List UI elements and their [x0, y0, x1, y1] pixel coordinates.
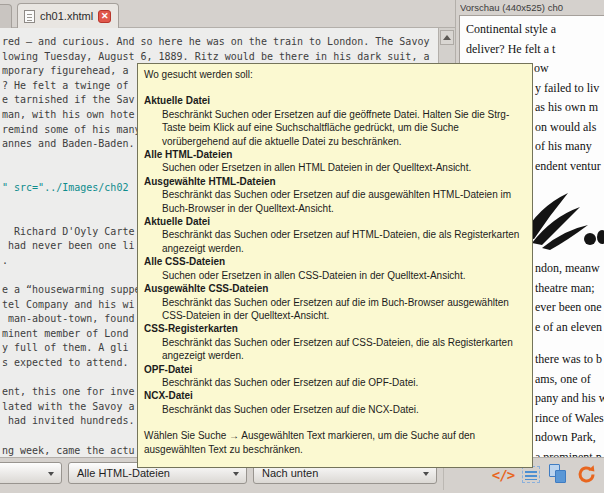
- preview-line: there was to b: [535, 350, 604, 370]
- preview-panel-title: Vorschau (440x525) ch0: [460, 2, 604, 15]
- tooltip-desc: Suchen oder Ersetzen in allen HTML Datei…: [162, 161, 526, 174]
- tooltip-desc: Beschränkt Suchen oder Ersetzen auf die …: [162, 108, 526, 148]
- tooltip-desc: Beschränkt das Suchen oder Ersetzen auf …: [162, 296, 526, 323]
- tooltip-desc: Beschränkt das Suchen oder Ersetzen auf …: [162, 188, 526, 215]
- text-lines-icon[interactable]: [522, 466, 540, 483]
- preview-line: ndon, meanw: [535, 259, 604, 279]
- tooltip-term: Aktuelle Datei: [144, 215, 526, 228]
- tooltip-desc: Beschränkt das Suchen oder Ersetzen auf …: [162, 376, 526, 389]
- tooltip-title: Wo gesucht werden soll:: [144, 68, 526, 81]
- direction-value: Nach unten: [262, 467, 318, 479]
- scroll-up-icon[interactable]: [440, 30, 454, 45]
- search-scope-value: Alle HTML-Dateien: [77, 467, 170, 479]
- tooltip-term: Alle HTML-Dateien: [144, 148, 526, 161]
- editor-line: red – and curious. And so here he was on…: [0, 35, 438, 50]
- refresh-icon[interactable]: [576, 464, 597, 485]
- preview-line: deliver? He felt a t: [466, 40, 604, 60]
- editor-line: lowing Tuesday, August 6, 1889. Ritz wou…: [0, 50, 438, 65]
- preview-line: ams, one of: [535, 370, 604, 390]
- tooltip-term: Alle CSS-Dateien: [144, 255, 526, 268]
- preview-line: endent ventur: [535, 157, 604, 177]
- tooltip-sections: Aktuelle DateiBeschränkt Suchen oder Ers…: [144, 94, 526, 416]
- tooltip-term: NCX-Datei: [144, 389, 526, 402]
- preview-line: y failed to liv: [535, 79, 604, 99]
- preview-line: Continental style a: [466, 20, 604, 40]
- tooltip-desc: Beschränkt das Suchen oder Ersetzen auf …: [162, 336, 526, 363]
- preview-line: pany and his w: [535, 389, 604, 409]
- tab-ch01-xhtml[interactable]: ch01.xhtml ✕: [17, 3, 119, 28]
- search-scope-tooltip: Wo gesucht werden soll: Aktuelle DateiBe…: [137, 63, 533, 468]
- preview-line: e of an eleven: [535, 318, 604, 338]
- tooltip-term: Aktuelle Datei: [144, 94, 526, 107]
- tooltip-term: OPF-Datei: [144, 363, 526, 376]
- tooltip-desc: Beschränkt das Suchen oder Ersetzen auf …: [162, 228, 526, 255]
- tooltip-desc: Suchen oder Ersetzen in allen CSS-Dateie…: [162, 269, 526, 282]
- tab-partial[interactable]: [0, 4, 12, 29]
- tooltip-term: Ausgewählte HTML-Dateien: [144, 175, 526, 188]
- document-icon: [24, 10, 35, 23]
- preview-line: as his own m: [535, 98, 604, 118]
- tooltip-desc: Beschränkt das Suchen oder Ersetzen auf …: [162, 403, 526, 416]
- preview-line: ever been one: [535, 298, 604, 318]
- tooltip-footer: Wählen Sie Suche → Ausgewählten Text mar…: [144, 429, 526, 456]
- preview-line: on would als: [535, 118, 604, 138]
- tooltip-term: CSS-Registerkarten: [144, 322, 526, 335]
- preview-line: of his many: [535, 137, 604, 157]
- preview-line: theatre man;: [535, 279, 604, 299]
- tab-label: ch01.xhtml: [40, 10, 93, 22]
- tooltip-term: Ausgewählte CSS-Dateien: [144, 282, 526, 295]
- close-icon[interactable]: ✕: [98, 10, 111, 23]
- copy-icon[interactable]: [548, 464, 568, 485]
- preview-line: ndown Park,: [535, 428, 604, 448]
- preview-line: rince of Wales: [535, 409, 604, 429]
- mode-select[interactable]: [0, 462, 62, 484]
